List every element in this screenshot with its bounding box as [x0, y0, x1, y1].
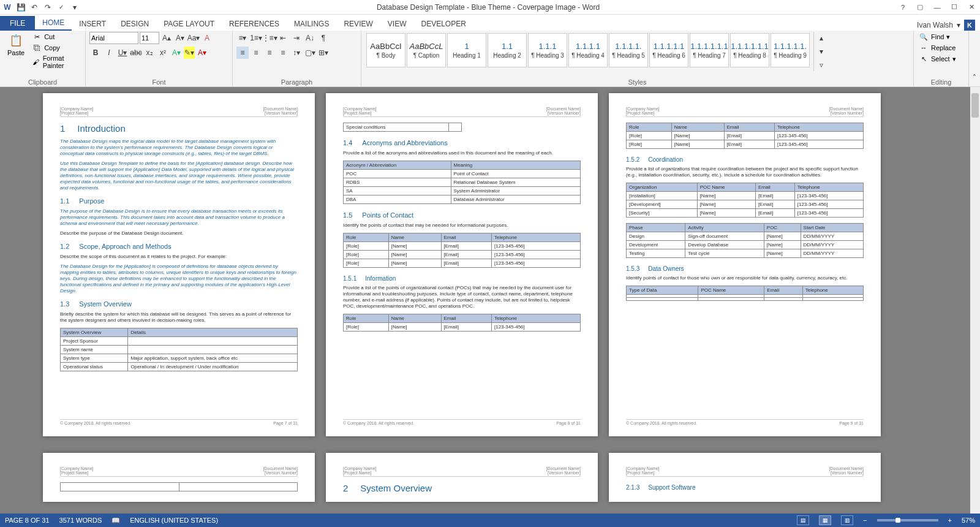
increase-indent-icon[interactable]: ⇥ — [290, 32, 303, 44]
find-button[interactable]: 🔍Find ▾ — [918, 32, 957, 42]
select-button[interactable]: ↖Select ▾ — [918, 54, 957, 64]
document-area[interactable]: [Company Name][Project Name] [Document N… — [0, 87, 970, 514]
font-size-select[interactable] — [140, 32, 159, 44]
page[interactable]: [Company Name][Project Name] [Document N… — [326, 93, 598, 436]
highlight-icon[interactable]: ✎▾ — [184, 47, 195, 59]
style-item[interactable]: 1.1.1.1.1.1¶ Heading 7 — [690, 33, 729, 67]
line-spacing-icon[interactable]: ↕▾ — [290, 47, 303, 59]
tab-view[interactable]: VIEW — [380, 17, 414, 31]
heading-2: 1.4Acronyms and Abbreviations — [343, 139, 581, 146]
replace-button[interactable]: ↔Replace — [918, 43, 957, 53]
copy-button[interactable]: ⿻Copy — [31, 43, 81, 53]
clear-formatting-icon[interactable]: A — [201, 32, 213, 44]
status-words[interactable]: 3571 WORDS — [59, 517, 102, 524]
page[interactable]: [Company Name][Project Name] [Document N… — [43, 453, 315, 502]
qat-customize-icon[interactable]: ▾ — [70, 2, 80, 12]
tab-developer[interactable]: DEVELOPER — [413, 17, 473, 31]
ribbon-options-icon[interactable]: ▢ — [914, 2, 926, 13]
view-read-icon[interactable]: ▤ — [797, 515, 809, 525]
styles-scroll-down-icon[interactable]: ▾ — [815, 45, 827, 58]
font-name-select[interactable] — [89, 32, 138, 44]
view-web-icon[interactable]: ▥ — [841, 515, 853, 525]
justify-icon[interactable]: ≡ — [277, 47, 289, 59]
page[interactable]: [Company Name][Project Name] [Document N… — [326, 453, 598, 502]
maximize-icon[interactable]: ☐ — [948, 2, 960, 13]
bullets-icon[interactable]: ≡▾ — [236, 32, 249, 44]
superscript-button[interactable]: x² — [157, 47, 169, 59]
style-item[interactable]: 1.1.1.1.¶ Heading 5 — [609, 33, 648, 67]
window-title: Database Design Template - Blue Theme - … — [80, 3, 897, 12]
zoom-in-icon[interactable]: + — [948, 517, 952, 524]
decrease-font-icon[interactable]: A▾ — [174, 32, 186, 44]
tab-file[interactable]: FILE — [0, 16, 35, 31]
minimize-icon[interactable]: — — [931, 2, 943, 13]
status-language[interactable]: ENGLISH (UNITED STATES) — [130, 517, 218, 524]
body-text: Briefly describe the system for which th… — [60, 311, 298, 324]
spellcheck-icon[interactable]: ✓ — [56, 2, 66, 12]
vertical-scrollbar[interactable] — [970, 87, 980, 514]
tab-page-layout[interactable]: PAGE LAYOUT — [156, 17, 222, 31]
style-item[interactable]: 1.1.1.1.1¶ Heading 6 — [649, 33, 688, 67]
page[interactable]: [Company Name][Project Name] [Document N… — [609, 453, 881, 502]
styles-gallery[interactable]: AaBbCcI¶ BodyAaBbCcL¶ Caption1Heading 11… — [365, 32, 811, 67]
increase-font-icon[interactable]: A▴ — [160, 32, 173, 44]
decrease-indent-icon[interactable]: ⇤ — [277, 32, 289, 44]
help-icon[interactable]: ? — [897, 2, 909, 13]
style-item[interactable]: 1.1.1.1¶ Heading 4 — [568, 33, 608, 67]
status-page[interactable]: PAGE 8 OF 31 — [5, 517, 50, 524]
numbering-icon[interactable]: 1≡▾ — [250, 32, 262, 44]
view-print-icon[interactable]: ▦ — [819, 515, 831, 525]
align-left-icon[interactable]: ≡ — [236, 47, 249, 59]
strike-button[interactable]: abc — [130, 47, 142, 59]
show-marks-icon[interactable]: ¶ — [317, 32, 330, 44]
undo-icon[interactable]: ↶ — [29, 2, 39, 12]
page[interactable]: [Company Name][Project Name] [Document N… — [609, 93, 881, 436]
redo-icon[interactable]: ↷ — [43, 2, 53, 12]
sort-icon[interactable]: A↓ — [304, 32, 316, 44]
style-item[interactable]: 1.1.1¶ Heading 3 — [528, 33, 567, 67]
body-text: The Database Design for the [Application… — [60, 264, 298, 294]
page-header: [Company Name][Project Name] [Document N… — [343, 107, 581, 117]
tab-review[interactable]: REVIEW — [336, 17, 380, 31]
zoom-slider[interactable] — [877, 519, 938, 521]
align-right-icon[interactable]: ≡ — [263, 47, 276, 59]
zoom-level[interactable]: 57% — [962, 517, 975, 524]
page-header: [Company Name][Project Name] [Document N… — [343, 466, 581, 477]
subscript-button[interactable]: x₂ — [143, 47, 156, 59]
change-case-icon[interactable]: Aa▾ — [187, 32, 200, 44]
bold-button[interactable]: B — [89, 47, 102, 59]
style-item[interactable]: 1.1.1.1.1.1¶ Heading 8 — [730, 33, 769, 67]
user-area[interactable]: Ivan Walsh ▾ K — [917, 20, 980, 31]
scrollbar-thumb[interactable] — [971, 93, 979, 118]
font-color-icon[interactable]: A▾ — [196, 47, 208, 59]
styles-more-icon[interactable]: ▿ — [815, 59, 827, 71]
tab-home[interactable]: HOME — [35, 16, 72, 31]
page[interactable]: [Company Name][Project Name] [Document N… — [43, 93, 315, 436]
borders-icon[interactable]: ⊞▾ — [317, 47, 330, 59]
tab-references[interactable]: REFERENCES — [222, 17, 287, 31]
styles-scroll-up-icon[interactable]: ▴ — [815, 32, 827, 44]
text-effects-icon[interactable]: A▾ — [170, 47, 183, 59]
style-item[interactable]: AaBbCcL¶ Caption — [407, 33, 446, 67]
align-center-icon[interactable]: ≡ — [250, 47, 262, 59]
collapse-ribbon-icon[interactable]: ˄ — [969, 72, 980, 84]
save-icon[interactable]: 💾 — [16, 2, 26, 12]
tab-insert[interactable]: INSERT — [72, 17, 113, 31]
close-icon[interactable]: ✕ — [965, 2, 978, 13]
style-item[interactable]: 1Heading 1 — [447, 33, 486, 67]
page-footer: © Company 2018. All rights reserved.Page… — [343, 419, 581, 425]
style-item[interactable]: AaBbCcI¶ Body — [366, 33, 405, 67]
multilevel-icon[interactable]: ⋮≡▾ — [263, 32, 276, 44]
paste-button[interactable]: 📋 Paste — [4, 32, 28, 58]
zoom-out-icon[interactable]: − — [863, 517, 867, 524]
italic-button[interactable]: I — [103, 47, 115, 59]
underline-button[interactable]: U▾ — [116, 47, 129, 59]
style-item[interactable]: 1.1.1.1.1.¶ Heading 9 — [771, 33, 810, 67]
style-item[interactable]: 1.1Heading 2 — [488, 33, 527, 67]
shading-icon[interactable]: ▢▾ — [304, 47, 316, 59]
proofing-icon[interactable]: 📖 — [111, 517, 120, 525]
format-painter-button[interactable]: 🖌Format Painter — [31, 54, 81, 70]
tab-design[interactable]: DESIGN — [113, 17, 156, 31]
cut-button[interactable]: ✂Cut — [31, 32, 81, 42]
tab-mailings[interactable]: MAILINGS — [287, 17, 336, 31]
